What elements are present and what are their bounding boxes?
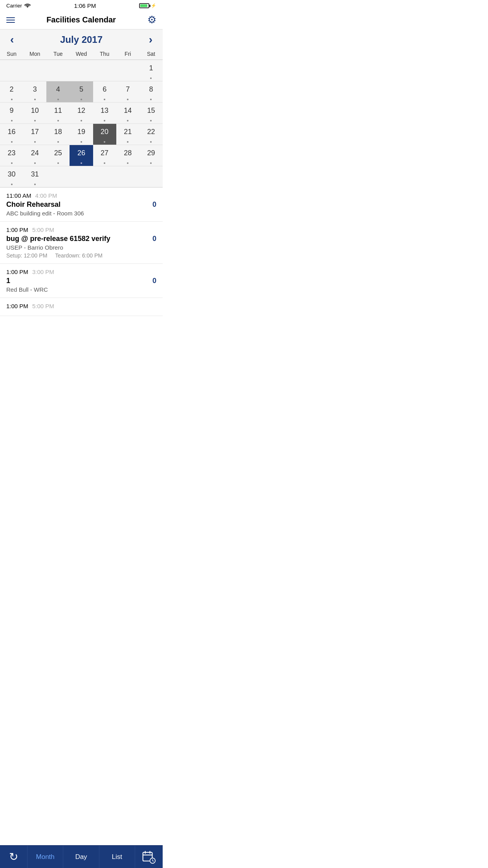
calendar-cell[interactable]: 6 [93,81,116,102]
event-dot [104,141,105,143]
calendar-cell[interactable]: 1 [139,60,163,81]
calendar-day-labels: Sun Mon Tue Wed Thu Fri Sat [0,48,163,60]
calendar-cell [23,60,46,81]
status-bar: Carrier 1:06 PM ⚡ [0,0,163,11]
teardown-label: Teardown: [55,252,82,259]
calendar-cell[interactable]: 27 [93,145,116,166]
calendar-cell[interactable]: 2 [0,81,23,102]
event-end-time: 3:00 PM [32,268,54,275]
calendar-cell [116,166,139,187]
event-start-time: 1:00 PM [6,303,28,309]
event-item[interactable]: 11:00 AM 4:00 PM Choir Rehearsal 0 ABC b… [0,188,163,222]
page-title: Facilities Calendar [46,15,116,24]
calendar-cell[interactable]: 11 [46,102,70,123]
calendar-cell[interactable]: 22 [139,123,163,145]
calendar-cell[interactable]: 14 [116,102,139,123]
event-dot [127,99,128,100]
event-dot [34,120,36,121]
event-dot [81,99,82,100]
calendar-cell [0,60,23,81]
settings-button[interactable]: ⚙ [147,14,156,26]
calendar-cell [139,166,163,187]
event-start-time: 1:00 PM [6,226,28,233]
calendar-cell[interactable]: 31 [23,166,46,187]
event-location: Red Bull - WRC [6,286,156,293]
calendar-cell[interactable]: 5 [70,81,93,102]
wifi-icon [24,2,31,9]
calendar-cell[interactable]: 9 [0,102,23,123]
calendar-cell[interactable]: 12 [70,102,93,123]
status-right: ⚡ [139,3,156,8]
calendar-cell [116,60,139,81]
calendar-cell[interactable]: 28 [116,145,139,166]
setup-time: 12:00 PM [24,252,47,259]
setup-label: Setup: [6,252,24,259]
event-dot [11,141,13,143]
calendar-cell [46,60,70,81]
day-label-tue: Tue [46,48,70,59]
calendar-cell[interactable]: 13 [93,102,116,123]
event-time-row: 1:00 PM 5:00 PM [6,226,156,233]
calendar-cell [70,166,93,187]
day-label-wed: Wed [70,48,93,59]
event-start-time: 1:00 PM [6,268,28,275]
event-title: Choir Rehearsal [6,200,61,209]
event-dot [57,162,59,164]
event-dot [57,99,59,100]
month-title: July 2017 [60,34,103,45]
calendar-cell[interactable]: 18 [46,123,70,145]
calendar-cell[interactable]: 19 [70,123,93,145]
calendar-cell[interactable]: 25 [46,145,70,166]
event-title: 1 [6,277,10,285]
day-label-sun: Sun [0,48,23,59]
event-dot [34,99,36,100]
event-time-row: 11:00 AM 4:00 PM [6,192,156,199]
event-title: bug @ pre-release 61582 verify [6,235,110,243]
event-dot [150,162,152,164]
calendar-cell[interactable]: 4 [46,81,70,102]
calendar-cell[interactable]: 21 [116,123,139,145]
carrier-label: Carrier [6,3,22,9]
prev-month-button[interactable]: ‹ [8,34,16,45]
event-dot [127,120,128,121]
calendar-cell[interactable]: 15 [139,102,163,123]
event-setup-row: Setup: 12:00 PM Teardown: 6:00 PM [6,252,156,259]
nav-bar: Facilities Calendar ⚙ [0,11,163,29]
event-location: USEP - Barrio Obrero [6,244,156,251]
day-label-mon: Mon [23,48,46,59]
calendar-cell[interactable]: 17 [23,123,46,145]
calendar-cell[interactable]: 24 [23,145,46,166]
calendar-cell[interactable]: 10 [23,102,46,123]
calendar-grid: 1234567891011121314151617181920212223242… [0,60,163,188]
event-dot [81,141,82,143]
event-dot [11,184,13,185]
calendar-cell [70,60,93,81]
event-teardown-item: Teardown: 6:00 PM [55,252,103,259]
event-dot [150,77,152,79]
calendar-cell[interactable]: 16 [0,123,23,145]
calendar-cell[interactable]: 26 [70,145,93,166]
event-time-row: 1:00 PM 3:00 PM [6,268,156,275]
event-dot [11,162,13,164]
event-item[interactable]: 1:00 PM 5:00 PM bug @ pre-release 61582 … [0,222,163,264]
calendar-cell[interactable]: 3 [23,81,46,102]
calendar-cell[interactable]: 23 [0,145,23,166]
status-time: 1:06 PM [74,2,96,9]
event-dot [34,162,36,164]
event-dot [104,99,105,100]
calendar-cell[interactable]: 20 [93,123,116,145]
next-month-button[interactable]: › [147,34,155,45]
event-item[interactable]: 1:00 PM 5:00 PM [0,298,163,316]
event-item[interactable]: 1:00 PM 3:00 PM 1 0 Red Bull - WRC [0,264,163,298]
event-title-row: Choir Rehearsal 0 [6,200,156,209]
event-location: ABC building edit - Room 306 [6,210,156,217]
event-dot [81,120,82,121]
battery-icon [139,3,149,8]
calendar-header: ‹ July 2017 › [0,29,163,48]
calendar-cell[interactable]: 7 [116,81,139,102]
calendar-cell[interactable]: 8 [139,81,163,102]
calendar-cell[interactable]: 30 [0,166,23,187]
calendar-cell[interactable]: 29 [139,145,163,166]
event-start-time: 11:00 AM [6,192,31,199]
menu-button[interactable] [6,17,15,23]
